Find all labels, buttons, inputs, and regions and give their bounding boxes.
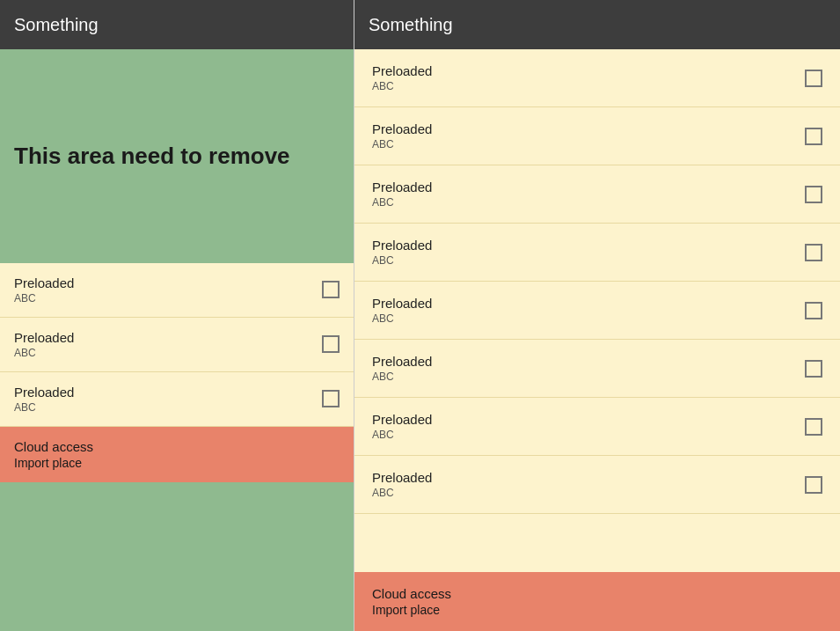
right-item-8-title: Preloaded [372, 470, 432, 485]
left-list-item-2[interactable]: Preloaded ABC [0, 318, 354, 372]
right-list-item-8[interactable]: Preloaded ABC [354, 456, 840, 514]
right-panel: Something Preloaded ABC Preloaded ABC [354, 0, 840, 631]
right-checkbox-6[interactable] [805, 360, 822, 378]
right-header: Something [354, 0, 840, 49]
right-item-2-title: Preloaded [372, 121, 432, 136]
right-item-5-title: Preloaded [372, 296, 432, 311]
right-footer-line2: Import place [372, 603, 822, 617]
left-green-bottom [0, 482, 354, 631]
left-title: Something [14, 15, 99, 35]
right-item-5-subtitle: ABC [372, 312, 432, 325]
right-list-item-7[interactable]: Preloaded ABC [354, 398, 840, 456]
right-list-item-4[interactable]: Preloaded ABC [354, 224, 840, 282]
left-checkbox-2[interactable] [322, 335, 340, 353]
left-checkbox-3[interactable] [322, 390, 340, 407]
left-item-1-text: Preloaded ABC [14, 275, 74, 304]
right-item-3-text: Preloaded ABC [372, 180, 432, 209]
right-item-1-text: Preloaded ABC [372, 63, 432, 92]
right-item-7-subtitle: ABC [372, 429, 432, 441]
left-item-2-subtitle: ABC [14, 347, 74, 359]
right-item-6-text: Preloaded ABC [372, 354, 432, 383]
right-list-item-2[interactable]: Preloaded ABC [354, 107, 840, 165]
left-item-1-title: Preloaded [14, 275, 74, 290]
right-title: Something [369, 15, 453, 35]
right-item-6-subtitle: ABC [372, 371, 432, 383]
right-item-3-title: Preloaded [372, 180, 432, 194]
right-checkbox-5[interactable] [805, 302, 822, 319]
right-checkbox-7[interactable] [805, 418, 822, 436]
right-checkbox-4[interactable] [805, 244, 822, 261]
right-checkbox-1[interactable] [805, 70, 822, 87]
left-list-item-3[interactable]: Preloaded ABC [0, 372, 354, 427]
right-item-2-subtitle: ABC [372, 138, 432, 150]
right-checkbox-8[interactable] [805, 476, 822, 494]
right-list-item-5[interactable]: Preloaded ABC [354, 282, 840, 340]
left-checkbox-1[interactable] [322, 281, 340, 298]
right-item-7-text: Preloaded ABC [372, 412, 432, 441]
right-footer-line1: Cloud access [372, 586, 822, 601]
left-list-section: Preloaded ABC Preloaded ABC Preloaded AB… [0, 263, 354, 427]
left-item-2-title: Preloaded [14, 330, 74, 345]
right-item-5-text: Preloaded ABC [372, 296, 432, 325]
right-checkbox-2[interactable] [805, 128, 822, 145]
left-list-item-1[interactable]: Preloaded ABC [0, 263, 354, 318]
right-item-4-subtitle: ABC [372, 254, 432, 267]
left-panel: Something This area need to remove Prelo… [0, 0, 354, 631]
right-item-1-subtitle: ABC [372, 80, 432, 92]
right-list-item-1[interactable]: Preloaded ABC [354, 49, 840, 107]
left-green-area: This area need to remove [0, 49, 354, 263]
right-footer-banner: Cloud access Import place [354, 572, 840, 631]
right-item-4-title: Preloaded [372, 238, 432, 253]
left-footer-line2: Import place [14, 456, 340, 470]
right-item-3-subtitle: ABC [372, 196, 432, 209]
right-item-7-title: Preloaded [372, 412, 432, 427]
right-item-2-text: Preloaded ABC [372, 121, 432, 150]
right-item-1-title: Preloaded [372, 63, 432, 78]
right-checkbox-3[interactable] [805, 186, 822, 203]
left-item-2-text: Preloaded ABC [14, 330, 74, 359]
right-list-container: Preloaded ABC Preloaded ABC Preloaded AB… [354, 49, 840, 631]
left-footer-banner: Cloud access Import place [0, 427, 354, 482]
right-list-item-3[interactable]: Preloaded ABC [354, 165, 840, 224]
left-item-3-text: Preloaded ABC [14, 385, 74, 414]
left-item-3-title: Preloaded [14, 385, 74, 400]
right-item-8-text: Preloaded ABC [372, 470, 432, 499]
green-area-text: This area need to remove [14, 142, 290, 172]
left-item-3-subtitle: ABC [14, 401, 74, 414]
right-item-8-subtitle: ABC [372, 487, 432, 499]
right-list-item-6[interactable]: Preloaded ABC [354, 340, 840, 398]
right-item-4-text: Preloaded ABC [372, 238, 432, 267]
left-header: Something [0, 0, 354, 49]
left-footer-line1: Cloud access [14, 439, 340, 454]
right-list-section: Preloaded ABC Preloaded ABC Preloaded AB… [354, 49, 840, 572]
right-item-6-title: Preloaded [372, 354, 432, 369]
left-item-1-subtitle: ABC [14, 292, 74, 304]
